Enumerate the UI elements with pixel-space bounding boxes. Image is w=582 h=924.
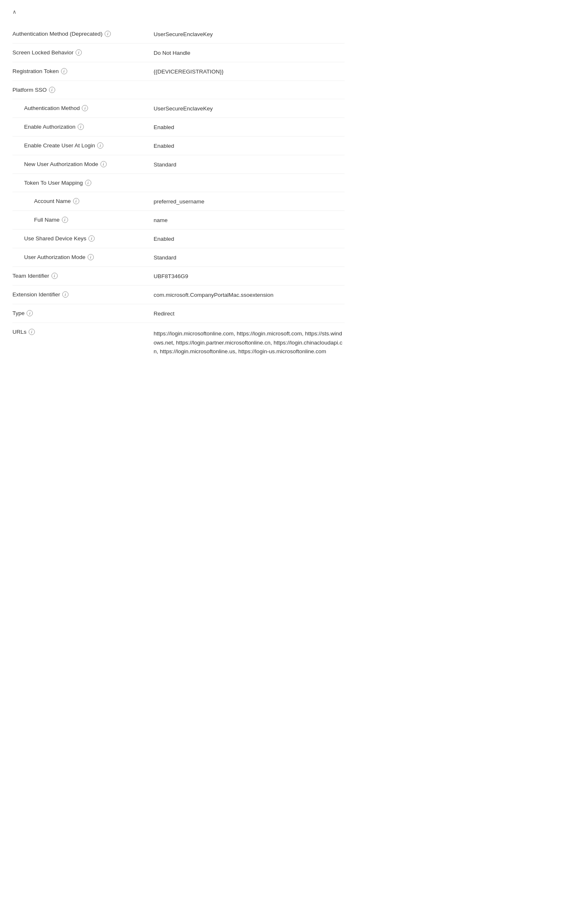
info-icon-screen-locked-behavior: i	[76, 49, 82, 56]
field-row-type: TypeiRedirect	[12, 304, 345, 323]
field-label-text-auth-method-deprecated: Authentication Method (Deprecated)	[12, 31, 103, 37]
field-label-platform-sso: Platform SSOi	[12, 87, 154, 93]
field-label-screen-locked-behavior: Screen Locked Behaviori	[12, 49, 154, 56]
field-value-urls: https://login.microsoftonline.com, https…	[154, 329, 345, 356]
info-icon-user-auth-mode: i	[88, 254, 94, 260]
field-label-registration-token: Registration Tokeni	[12, 68, 154, 74]
info-icon-full-name: i	[62, 217, 68, 223]
field-label-text-screen-locked-behavior: Screen Locked Behavior	[12, 49, 73, 56]
field-value-screen-locked-behavior: Do Not Handle	[154, 49, 345, 56]
field-label-text-enable-authorization: Enable Authorization	[24, 124, 76, 130]
field-row-urls: URLsihttps://login.microsoftonline.com, …	[12, 323, 345, 362]
info-icon-urls: i	[29, 329, 35, 335]
field-label-enable-authorization: Enable Authorizationi	[12, 124, 154, 130]
field-label-text-user-auth-mode: User Authorization Mode	[24, 254, 86, 260]
info-icon-auth-method: i	[82, 105, 88, 111]
info-icon-use-shared-device-keys: i	[88, 235, 95, 242]
field-value-platform-sso	[154, 87, 345, 87]
field-value-type: Redirect	[154, 310, 345, 317]
field-value-account-name: preferred_username	[154, 198, 345, 205]
field-row-use-shared-device-keys: Use Shared Device KeysiEnabled	[12, 230, 345, 248]
field-label-enable-create-user: Enable Create User At Logini	[12, 142, 154, 149]
field-value-full-name: name	[154, 217, 345, 223]
field-label-type: Typei	[12, 310, 154, 316]
info-icon-extension-identifier: i	[62, 291, 68, 298]
field-label-user-auth-mode: User Authorization Modei	[12, 254, 154, 260]
field-label-text-registration-token: Registration Token	[12, 68, 59, 74]
field-row-auth-method: Authentication MethodiUserSecureEnclaveK…	[12, 99, 345, 118]
field-row-account-name: Account Nameipreferred_username	[12, 192, 345, 211]
field-label-text-team-identifier: Team Identifier	[12, 273, 49, 279]
info-icon-registration-token: i	[61, 68, 67, 74]
field-row-extension-identifier: Extension Identifiericom.microsoft.Compa…	[12, 286, 345, 304]
field-label-token-user-mapping: Token To User Mappingi	[12, 180, 154, 186]
breadcrumb: ∧	[12, 8, 345, 15]
field-value-auth-method-deprecated: UserSecureEnclaveKey	[154, 31, 345, 37]
field-value-enable-create-user: Enabled	[154, 142, 345, 149]
info-icon-auth-method-deprecated: i	[105, 31, 111, 37]
field-value-registration-token: {{DEVICEREGISTRATION}}	[154, 68, 345, 75]
field-value-new-user-auth-mode: Standard	[154, 161, 345, 168]
field-label-use-shared-device-keys: Use Shared Device Keysi	[12, 235, 154, 242]
breadcrumb-chevron: ∧	[12, 9, 17, 15]
info-icon-token-user-mapping: i	[85, 180, 91, 186]
field-row-new-user-auth-mode: New User Authorization ModeiStandard	[12, 155, 345, 174]
info-icon-enable-authorization: i	[78, 124, 84, 130]
field-row-auth-method-deprecated: Authentication Method (Deprecated)iUserS…	[12, 25, 345, 44]
info-icon-new-user-auth-mode: i	[100, 161, 107, 167]
field-label-text-extension-identifier: Extension Identifier	[12, 291, 60, 298]
field-value-enable-authorization: Enabled	[154, 124, 345, 130]
info-icon-account-name: i	[73, 198, 79, 204]
field-label-team-identifier: Team Identifieri	[12, 273, 154, 279]
field-value-user-auth-mode: Standard	[154, 254, 345, 261]
field-label-text-platform-sso: Platform SSO	[12, 87, 47, 93]
field-label-auth-method: Authentication Methodi	[12, 105, 154, 111]
field-value-team-identifier: UBF8T346G9	[154, 273, 345, 279]
field-label-text-urls: URLs	[12, 329, 27, 335]
field-value-use-shared-device-keys: Enabled	[154, 235, 345, 242]
field-label-text-use-shared-device-keys: Use Shared Device Keys	[24, 235, 86, 242]
field-row-user-auth-mode: User Authorization ModeiStandard	[12, 248, 345, 267]
info-icon-type: i	[27, 310, 33, 316]
field-label-text-type: Type	[12, 310, 24, 316]
field-row-token-user-mapping: Token To User Mappingi	[12, 174, 345, 192]
info-icon-platform-sso: i	[49, 87, 55, 93]
field-label-new-user-auth-mode: New User Authorization Modei	[12, 161, 154, 167]
field-label-extension-identifier: Extension Identifieri	[12, 291, 154, 298]
field-value-token-user-mapping	[154, 180, 345, 180]
field-row-team-identifier: Team IdentifieriUBF8T346G9	[12, 267, 345, 286]
field-label-account-name: Account Namei	[12, 198, 154, 204]
field-row-full-name: Full Nameiname	[12, 211, 345, 230]
field-row-platform-sso: Platform SSOi	[12, 81, 345, 99]
fields-container: Authentication Method (Deprecated)iUserS…	[12, 25, 345, 362]
field-row-registration-token: Registration Tokeni{{DEVICEREGISTRATION}…	[12, 62, 345, 81]
field-label-text-full-name: Full Name	[34, 217, 60, 223]
field-row-enable-create-user: Enable Create User At LoginiEnabled	[12, 137, 345, 155]
field-row-enable-authorization: Enable AuthorizationiEnabled	[12, 118, 345, 137]
field-value-auth-method: UserSecureEnclaveKey	[154, 105, 345, 112]
info-icon-enable-create-user: i	[97, 142, 103, 149]
field-value-extension-identifier: com.microsoft.CompanyPortalMac.ssoextens…	[154, 291, 345, 298]
field-label-text-auth-method: Authentication Method	[24, 105, 80, 111]
info-icon-team-identifier: i	[51, 273, 58, 279]
field-label-text-account-name: Account Name	[34, 198, 71, 204]
field-row-screen-locked-behavior: Screen Locked BehavioriDo Not Handle	[12, 44, 345, 62]
field-label-text-new-user-auth-mode: New User Authorization Mode	[24, 161, 98, 167]
field-label-full-name: Full Namei	[12, 217, 154, 223]
field-label-auth-method-deprecated: Authentication Method (Deprecated)i	[12, 31, 154, 37]
field-label-text-enable-create-user: Enable Create User At Login	[24, 142, 95, 149]
field-label-urls: URLsi	[12, 329, 154, 335]
field-label-text-token-user-mapping: Token To User Mapping	[24, 180, 83, 186]
